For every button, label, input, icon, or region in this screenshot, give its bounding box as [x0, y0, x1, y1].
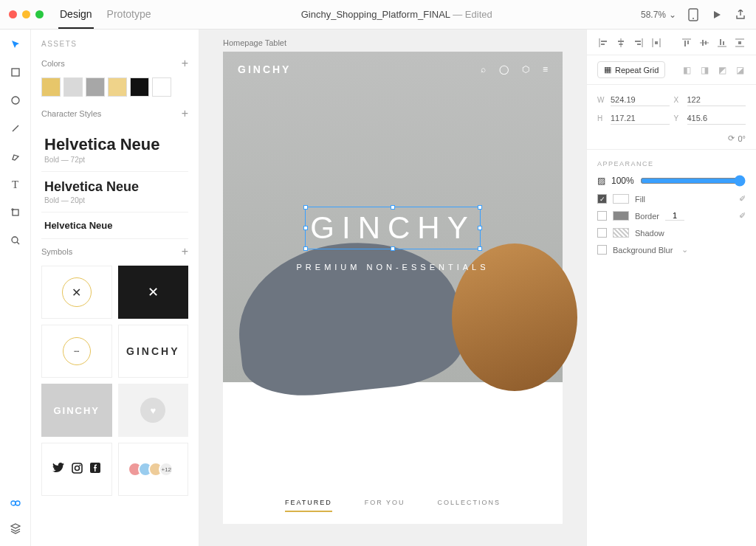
symbol-heart[interactable]: ♥ [118, 384, 189, 437]
resize-handle[interactable] [391, 205, 395, 210]
align-bottom-icon[interactable] [716, 37, 728, 49]
add-symbol-button[interactable]: + [182, 245, 188, 258]
symbol-badge[interactable]: •••• [41, 325, 112, 378]
logo-text: GINCHY [53, 405, 100, 416]
line-tool[interactable] [8, 121, 23, 136]
resize-handle[interactable] [478, 246, 482, 251]
pen-tool[interactable] [8, 149, 23, 164]
color-swatch[interactable] [108, 77, 127, 97]
document-title: Ginchy_Shopping_Platform_FINAL — Edited [153, 9, 641, 20]
symbol-social[interactable] [41, 443, 112, 496]
artboard-name[interactable]: Homepage Tablet [223, 38, 564, 47]
minimize-window[interactable] [22, 10, 30, 18]
resize-handle[interactable] [478, 226, 482, 230]
border-checkbox[interactable] [597, 211, 607, 221]
repeat-grid-button[interactable]: ▦ Repeat Grid [597, 61, 665, 78]
play-icon[interactable] [710, 8, 724, 21]
shadow-color-chip[interactable] [613, 228, 629, 238]
x-input[interactable] [687, 94, 746, 106]
border-color-chip[interactable] [613, 211, 629, 221]
svg-point-13 [75, 466, 80, 470]
chevron-down-icon[interactable]: ⌄ [681, 245, 688, 255]
search-icon: ⌕ [481, 64, 486, 75]
fill-color-chip[interactable] [613, 194, 629, 204]
zoom-control[interactable]: 58.7% ⌄ [641, 10, 676, 20]
border-width-input[interactable] [665, 211, 684, 221]
charstyle-item[interactable]: Helvetica Neue Bold — 72pt [41, 128, 188, 172]
eyedropper-icon[interactable]: ✐ [739, 194, 746, 204]
rotation-control[interactable]: ⟳ 0° [728, 134, 746, 143]
zoom-tool[interactable] [8, 233, 23, 248]
exclude-icon[interactable]: ◪ [734, 64, 746, 76]
charstyle-item[interactable]: Helvetica Neue [41, 212, 188, 239]
align-left-icon[interactable] [597, 37, 609, 49]
color-swatch[interactable] [130, 77, 149, 97]
symbol-logo-grey[interactable]: GINCHY [41, 384, 112, 437]
maximize-window[interactable] [35, 10, 44, 18]
add-color-button[interactable]: + [182, 57, 188, 70]
union-icon[interactable]: ◧ [681, 64, 693, 76]
width-input[interactable] [611, 94, 670, 106]
intersect-icon[interactable]: ◩ [716, 64, 728, 76]
artboard-tool[interactable] [8, 205, 23, 220]
select-tool[interactable] [8, 37, 23, 52]
assets-panel: ASSETS Colors + Character Styles + Helve… [31, 30, 199, 546]
text-tool[interactable]: T [8, 177, 23, 192]
assets-toggle-icon[interactable] [8, 496, 23, 511]
selected-text-object[interactable]: GINCHY [305, 207, 480, 249]
tab-prototype[interactable]: Prototype [106, 1, 153, 29]
svg-rect-20 [618, 41, 624, 42]
y-input[interactable] [687, 112, 746, 125]
resize-handle[interactable] [303, 205, 308, 210]
color-swatch[interactable] [41, 77, 61, 97]
color-swatch[interactable] [86, 77, 105, 97]
color-swatch[interactable] [63, 77, 83, 97]
symbol-avatars[interactable]: +12 [118, 443, 189, 496]
artboard[interactable]: GINCHY ⌕ ◯ ⬡ ≡ GINCHY [223, 52, 563, 524]
resize-handle[interactable] [391, 246, 395, 251]
resize-handle[interactable] [303, 226, 308, 230]
device-preview-icon[interactable] [687, 8, 700, 21]
symbol-close-dark[interactable]: ✕ [118, 266, 189, 319]
align-top-icon[interactable] [681, 37, 693, 49]
svg-point-14 [80, 464, 81, 466]
repeat-grid-label: Repeat Grid [615, 66, 659, 75]
opacity-slider[interactable] [640, 175, 746, 187]
symbol-logo[interactable]: GINCHY [118, 325, 189, 378]
svg-rect-18 [601, 44, 605, 45]
align-right-icon[interactable] [633, 37, 645, 49]
align-vcenter-icon[interactable] [698, 37, 710, 49]
colors-label: Colors [41, 59, 65, 68]
rectangle-tool[interactable] [8, 65, 23, 80]
shadow-row: Shadow [597, 228, 746, 238]
rotation-value: 0° [738, 134, 746, 143]
close-window[interactable] [9, 10, 17, 18]
bgblur-checkbox[interactable] [597, 245, 607, 255]
share-icon[interactable] [734, 8, 747, 21]
canvas[interactable]: Homepage Tablet GINCHY ⌕ ◯ ⬡ ≡ GINCHY [199, 30, 586, 546]
charstyle-item[interactable]: Helvetica Neue Bold — 20pt [41, 172, 188, 212]
tab-foryou: FOR YOU [365, 499, 405, 512]
resize-handle[interactable] [303, 246, 308, 251]
svg-point-1 [693, 18, 694, 19]
shadow-checkbox[interactable] [597, 228, 607, 238]
height-input[interactable] [611, 112, 670, 125]
distribute-h-icon[interactable] [650, 37, 662, 49]
align-hcenter-icon[interactable] [615, 37, 627, 49]
colors-header: Colors + [41, 57, 188, 70]
eyedropper-icon[interactable]: ✐ [739, 211, 746, 221]
opacity-row: ▨ 100% [597, 175, 746, 187]
bag-icon: ⬡ [522, 64, 529, 75]
tab-design[interactable]: Design [58, 1, 94, 29]
ellipse-tool[interactable] [8, 93, 23, 108]
menu-icon: ≡ [543, 64, 548, 75]
subtract-icon[interactable]: ◨ [698, 64, 710, 76]
add-charstyle-button[interactable]: + [182, 107, 188, 120]
symbol-close-circle[interactable]: ✕ [41, 266, 112, 319]
resize-handle[interactable] [478, 205, 482, 210]
tool-rail: T [0, 30, 31, 546]
distribute-v-icon[interactable] [734, 37, 746, 49]
color-swatch[interactable] [152, 77, 171, 97]
fill-checkbox[interactable]: ✓ [597, 194, 607, 204]
layers-icon[interactable] [8, 521, 23, 536]
